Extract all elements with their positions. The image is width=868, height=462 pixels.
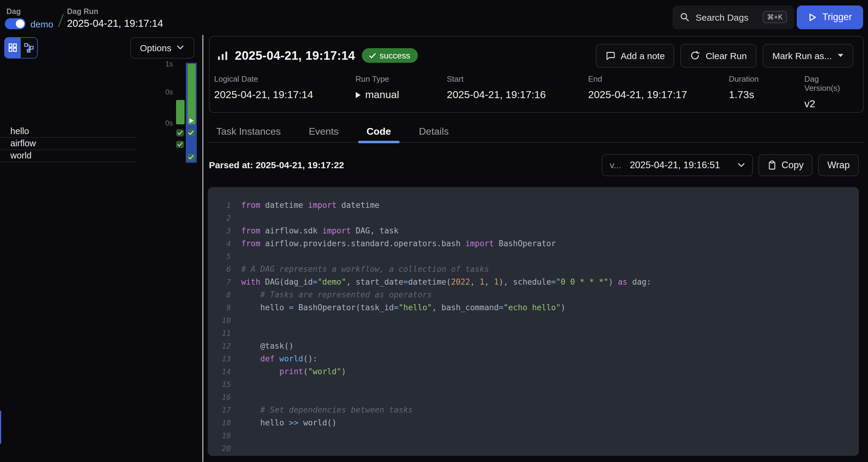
options-label: Options: [140, 42, 171, 53]
search-shortcut-kbd: ⌘+K: [763, 11, 787, 23]
tab-label: Events: [309, 126, 339, 137]
code-line: 14 print("world"): [208, 365, 859, 378]
task-row-hello[interactable]: hello: [0, 125, 137, 138]
grid-sidebar: Options 1s 0s 0s hello air: [0, 34, 202, 462]
add-note-label: Add a note: [621, 50, 665, 61]
left-scroll-accent: [0, 411, 1, 444]
code-line: 19: [208, 429, 859, 442]
dag-version-select[interactable]: v... 2025-04-21, 19:16:51: [602, 154, 753, 176]
code-line: 6# A DAG represents a workflow, a collec…: [208, 263, 859, 276]
tab-details[interactable]: Details: [410, 121, 458, 142]
line-number: 10: [208, 314, 231, 327]
line-number: 8: [208, 288, 231, 301]
wrap-toggle-button[interactable]: Wrap: [818, 154, 859, 176]
tab-label: Details: [419, 126, 449, 137]
task-label: airflow: [10, 138, 36, 148]
mark-run-as-label: Mark Run as...: [772, 50, 832, 61]
code-text: @task(): [241, 340, 293, 352]
refresh-icon: [690, 51, 700, 60]
dag-enabled-toggle[interactable]: [5, 18, 26, 29]
run-play-icon: [189, 118, 194, 123]
run-duration-bar-selected[interactable]: [187, 64, 195, 124]
task-row-airflow[interactable]: airflow: [0, 138, 137, 150]
dag-source-code: 1from datetime import datetime23from air…: [208, 187, 859, 456]
dag-run-breadcrumb-value: 2025-04-21, 19:17:14: [67, 18, 163, 29]
search-dags-button[interactable]: Search Dags ⌘+K: [673, 5, 794, 29]
code-line: 13 def world():: [208, 352, 859, 365]
code-line: 1from datetime import datetime: [208, 199, 859, 211]
line-number: 18: [208, 416, 231, 429]
graph-view-button[interactable]: [21, 37, 37, 58]
task-status-success-world-selected[interactable]: [187, 153, 195, 161]
run-duration-bar[interactable]: [176, 100, 184, 124]
code-line: 18 hello >> world(): [208, 416, 859, 429]
code-toolbar: Parsed at: 2025-04-21, 19:17:22 v... 202…: [209, 154, 859, 176]
code-text: from airflow.providers.standard.operator…: [241, 237, 556, 250]
line-number: 13: [208, 352, 231, 365]
code-line: 16: [208, 391, 859, 403]
toggle-knob: [16, 20, 24, 28]
line-number: 14: [208, 365, 231, 378]
line-number: 12: [208, 340, 231, 352]
panel-resize-divider[interactable]: [202, 35, 204, 462]
trigger-button[interactable]: Trigger: [797, 5, 863, 29]
code-line: 3from airflow.sdk import DAG, task: [208, 224, 859, 237]
code-line: 20: [208, 442, 859, 455]
run-title-row: 2025-04-21, 19:17:14 success Add a note: [209, 36, 863, 67]
task-label: world: [10, 150, 31, 160]
task-row-world[interactable]: world: [0, 150, 137, 162]
code-line: 9 hello = BashOperator(task_id="hello", …: [208, 301, 859, 314]
copy-code-button[interactable]: Copy: [758, 154, 812, 176]
trigger-label: Trigger: [822, 11, 852, 23]
line-number: 20: [208, 442, 231, 455]
code-text: hello >> world(): [241, 416, 337, 429]
code-text: print("world"): [241, 365, 346, 378]
options-dropdown[interactable]: Options: [130, 37, 194, 58]
code-text: def world():: [241, 352, 318, 365]
code-line: 10: [208, 314, 859, 327]
code-text: # Set dependencies between tasks: [241, 403, 413, 416]
version-date: 2025-04-21, 19:16:51: [630, 160, 720, 171]
meta-dag-versions: Dag Version(s) v2: [804, 74, 853, 110]
task-status-success-airflow[interactable]: [176, 141, 184, 148]
tab-code[interactable]: Code: [358, 121, 400, 142]
task-status-success-hello[interactable]: [176, 129, 184, 137]
code-text: with DAG(dag_id="demo", start_date=datet…: [241, 276, 651, 288]
line-number: 2: [208, 211, 231, 224]
code-line: 11: [208, 327, 859, 340]
wrap-label: Wrap: [827, 160, 850, 171]
dag-name-link[interactable]: demo: [30, 19, 53, 29]
code-line: 4from airflow.providers.standard.operato…: [208, 237, 859, 250]
grid-view-button[interactable]: [5, 37, 21, 58]
tab-task-instances[interactable]: Task Instances: [208, 121, 289, 142]
tab-events[interactable]: Events: [300, 121, 347, 142]
search-icon: [680, 12, 689, 22]
chevron-down-icon: [177, 45, 184, 50]
add-note-button[interactable]: Add a note: [596, 44, 675, 67]
clear-run-button[interactable]: Clear Run: [681, 44, 756, 67]
meta-value: 2025-04-21, 19:17:17: [588, 89, 729, 101]
code-text: from airflow.sdk import DAG, task: [241, 224, 399, 237]
line-number: 9: [208, 301, 231, 314]
breadcrumb-separator: [58, 14, 64, 27]
grid-icon: [8, 43, 18, 52]
run-detail-tabs: Task Instances Events Code Details: [208, 121, 863, 143]
line-number: 7: [208, 276, 231, 288]
bar-chart-icon: [217, 50, 228, 61]
code-text: hello = BashOperator(task_id="hello", ba…: [241, 301, 565, 314]
meta-logical-date: Logical Date 2025-04-21, 19:17:14: [214, 74, 355, 110]
task-status-success-hello-selected[interactable]: [187, 129, 195, 137]
clear-run-label: Clear Run: [706, 50, 747, 61]
duration-tick: 0s: [149, 87, 173, 96]
meta-label: End: [588, 74, 729, 83]
code-text: # Tasks are represented as operators: [241, 288, 432, 301]
code-line: 7with DAG(dag_id="demo", start_date=date…: [208, 276, 859, 288]
run-summary-card: 2025-04-21, 19:17:14 success Add a note: [209, 36, 863, 113]
run-title: 2025-04-21, 19:17:14: [235, 49, 355, 62]
run-type-text: manual: [365, 89, 399, 101]
view-mode-switcher: [4, 37, 37, 58]
mark-run-as-button[interactable]: Mark Run as...: [763, 44, 853, 67]
meta-value: manual: [355, 89, 447, 101]
line-number: 19: [208, 429, 231, 442]
meta-value: 1.73s: [729, 89, 804, 101]
